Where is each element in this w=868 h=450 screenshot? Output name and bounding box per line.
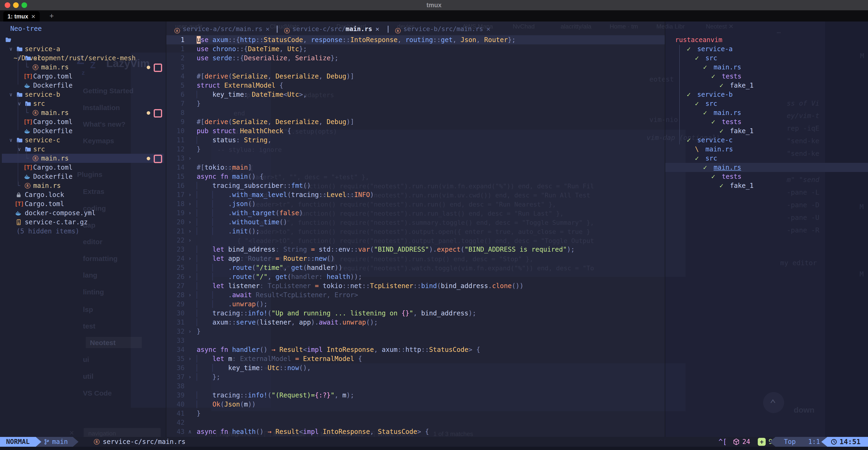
buffer-tab-service-b/src/main.rs[interactable]: service-b/src/main.rs✕	[395, 24, 490, 34]
code-token: use	[197, 45, 212, 53]
neotree-item-main.rs[interactable]: └main.rs	[0, 108, 166, 117]
code-token: (	[275, 209, 279, 217]
code-token: route	[232, 264, 252, 271]
neotree-item-service-a[interactable]: ∨service-a	[0, 44, 166, 54]
git-branch-icon	[44, 439, 50, 445]
code-token: Debug	[327, 72, 346, 80]
neotree-item-Cargo.toml[interactable]: [T]Cargo.toml	[0, 117, 166, 126]
neotree-item-Cargo.toml[interactable]: [T]Cargo.toml	[0, 199, 166, 208]
fold-marker-icon[interactable]: ›	[188, 272, 191, 281]
maximize-window-button[interactable]	[22, 2, 27, 8]
neotree-item-docker-compose.yml[interactable]: docker-compose.yml	[0, 208, 166, 217]
neotest-item-main.rs[interactable]: ✓main.rs	[665, 63, 868, 72]
minimize-window-button[interactable]	[13, 2, 19, 8]
folder-icon	[17, 91, 23, 98]
fold-marker-icon[interactable]: ›	[188, 154, 191, 163]
code-token: Result	[279, 346, 303, 354]
neotest-item-fake_1[interactable]: ✓fake_1	[665, 181, 868, 190]
code-token: .	[228, 218, 232, 226]
chevron-down-icon[interactable]: ∨	[9, 90, 12, 99]
neotree-item-label: (5 hidden items)	[17, 227, 80, 236]
neotest-item-tests[interactable]: ✓tests	[665, 172, 868, 181]
segment-arrow-icon	[769, 437, 775, 447]
code-token: ▏ ▏	[197, 300, 228, 308]
neotest-item-service-b[interactable]: ✓service-b	[665, 90, 868, 99]
fold-marker-icon[interactable]: ›	[188, 372, 191, 382]
fold-marker-icon[interactable]: ›	[188, 190, 191, 199]
neotree-item-Cargo.toml[interactable]: [T]Cargo.toml	[0, 72, 166, 81]
code-token: ▏ ▏	[197, 264, 228, 271]
neotree-item-src[interactable]: ∨src	[0, 54, 166, 63]
fold-marker-icon[interactable]: ›	[188, 254, 191, 263]
fold-marker-icon[interactable]: ∧	[188, 427, 191, 436]
neotree-item-service-b[interactable]: ∨service-b	[0, 90, 166, 99]
code-token: (	[303, 264, 307, 271]
buffer-tab-close-icon[interactable]: ✕	[372, 25, 379, 32]
neotest-item-tests[interactable]: ✓tests	[665, 72, 868, 81]
neotest-item-service-c[interactable]: ✓service-c	[665, 136, 868, 145]
fold-marker-icon[interactable]: ›	[188, 227, 191, 236]
buffer-tab-service-a/src/main.rs[interactable]: service-a/src/main.rs✕	[174, 24, 270, 34]
neotree-item-service-c.tar.gz[interactable]: service-c.tar.gz	[0, 217, 166, 227]
fold-marker-icon[interactable]: ›	[188, 354, 191, 363]
code-token: };	[331, 54, 338, 62]
tmux-new-tab-button[interactable]: +	[50, 10, 54, 22]
line-number: 4	[166, 72, 185, 81]
neotree-item-Cargo.lock[interactable]: Cargo.lock	[0, 190, 166, 199]
fold-marker-icon[interactable]: ›	[188, 208, 191, 217]
code-text: ▏ tracing::info!("(Request)={:?}", m);	[197, 391, 354, 400]
neotree-item-main.rs[interactable]: └main.rs	[0, 154, 166, 163]
neotree-item-Dockerfile[interactable]: Dockerfile	[0, 81, 166, 90]
neotree-item-main.rs[interactable]: └main.rs	[0, 181, 166, 190]
code-token: IntoResponse	[327, 346, 374, 354]
neotree-item-main.rs[interactable]: └main.rs	[0, 63, 166, 72]
neotest-item-label: src	[706, 99, 717, 108]
fold-marker-icon[interactable]: ›	[188, 327, 191, 336]
neotest-item-src[interactable]: ✓src	[665, 54, 868, 63]
neotest-item-label: src	[706, 154, 717, 163]
neotree-item-src[interactable]: ∨src	[0, 99, 166, 108]
buffer-tab-close-icon[interactable]: ✕	[483, 25, 490, 32]
code-token: () {	[248, 173, 264, 180]
fold-marker-icon[interactable]: ›	[188, 199, 191, 208]
buffer-tab-close-icon[interactable]: ✕	[262, 25, 269, 32]
neotest-item-fake_1[interactable]: ✓fake_1	[665, 81, 868, 90]
fold-marker-icon[interactable]: ›	[188, 291, 191, 300]
neotree-root-folder[interactable]: ~/Development/rust/service-mesh	[0, 35, 166, 44]
neotest-item-main.rs[interactable]: \main.rs	[665, 145, 868, 154]
code-token: "Up and running ... listening on	[272, 309, 401, 317]
neotest-item-src[interactable]: ✓src	[665, 99, 868, 108]
neotree-item-5hiddenitems[interactable]: (5 hidden items)	[0, 227, 166, 236]
fold-marker-icon[interactable]: ›	[188, 217, 191, 227]
neotest-item-service-a[interactable]: ✓service-a	[665, 44, 868, 54]
chevron-down-icon[interactable]: ∨	[9, 44, 12, 54]
code-token: let	[212, 255, 228, 262]
neotest-item-tests[interactable]: ✓tests	[665, 117, 868, 126]
neotest-item-src[interactable]: ✓src	[665, 154, 868, 163]
code-token: TcpListener	[370, 282, 413, 290]
code-token: ExternalModel	[224, 82, 275, 89]
chevron-down-icon[interactable]: ∨	[9, 136, 12, 145]
neotree-item-Dockerfile[interactable]: Dockerfile	[0, 126, 166, 136]
neotree-item-src[interactable]: ∨src	[0, 145, 166, 154]
statusline-mode: NORMAL	[0, 437, 36, 447]
code-token: impl	[303, 428, 322, 436]
code-token: ▏	[197, 255, 212, 262]
neotree-item-service-c[interactable]: ∨service-c	[0, 136, 166, 145]
code-token: without_time	[232, 218, 279, 226]
code-text: ▏ let m: ExternalModel = ExternalModel {	[197, 354, 362, 363]
tmux-tab-1[interactable]: 1: tmux✕	[3, 11, 40, 22]
neotree-item-Cargo.toml[interactable]: [T]Cargo.toml	[0, 163, 166, 172]
fold-marker-icon[interactable]: ›	[188, 236, 191, 245]
code-token: m	[228, 355, 232, 363]
neotest-item-fake_1[interactable]: ✓fake_1	[665, 126, 868, 136]
buffer-tab-service-c/src/main.rs[interactable]: service-c/src/main.rs✕	[284, 24, 379, 34]
code-text: ▏ status: String,	[197, 136, 272, 145]
neotest-item-main.rs[interactable]: ✓main.rs	[665, 163, 868, 172]
code-token: ::	[256, 36, 264, 44]
neotest-item-main.rs[interactable]: ✓main.rs	[665, 108, 868, 117]
tmux-tab-close-icon[interactable]: ✕	[31, 13, 35, 20]
close-window-button[interactable]	[5, 2, 10, 8]
neotree-winbar-title: Neo-tree	[10, 25, 42, 32]
neotree-item-Dockerfile[interactable]: Dockerfile	[0, 172, 166, 181]
